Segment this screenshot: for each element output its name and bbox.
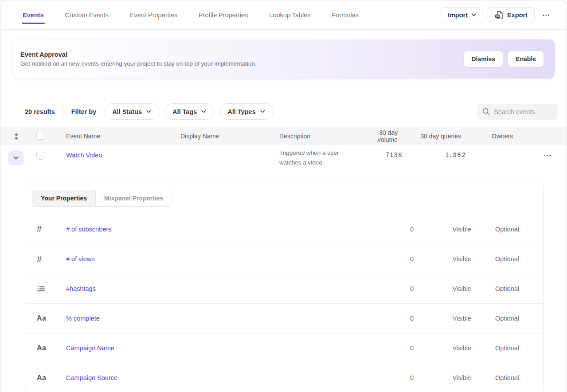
property-volume: 0 <box>387 285 414 292</box>
export-button[interactable]: CSV Export <box>488 7 535 23</box>
property-requirement: Optional <box>471 285 519 292</box>
collapse-rows-icon[interactable] <box>13 133 19 140</box>
filter-dropdown[interactable]: All Status <box>104 103 159 120</box>
row-checkbox[interactable] <box>36 152 44 160</box>
number-type-icon: # <box>37 224 42 234</box>
nav-tabs: Events Custom Events Event Properties Pr… <box>22 0 360 29</box>
filter-dropdowns: All Status All Tags All Types <box>104 103 273 120</box>
number-type-icon: # <box>37 254 42 264</box>
enable-button[interactable]: Enable <box>508 51 544 67</box>
event-description: Triggered when a user watches a video. <box>274 145 359 168</box>
search-input[interactable] <box>494 108 552 115</box>
ellipsis-icon: ••• <box>544 153 552 158</box>
event-30-day-volume: 713K <box>359 145 403 158</box>
nav-tab-label: Lookup Tables <box>269 12 310 19</box>
event-table-row: Watch Video Triggered when a user watche… <box>0 145 567 177</box>
property-name-link[interactable]: # of subscribers <box>66 226 111 233</box>
property-name-link[interactable]: #hashtags <box>66 285 96 292</box>
property-visibility: Visible <box>414 315 471 322</box>
nav-tab-label: Formulas <box>332 12 359 19</box>
property-row: # Aa # of subscribers 0 Visible Optional <box>25 214 543 244</box>
chevron-down-icon <box>471 13 476 16</box>
text-type-icon: Aa <box>37 344 46 352</box>
import-button-label: Import <box>448 12 468 19</box>
property-name-link[interactable]: # of views <box>66 255 94 263</box>
banner-title: Event Approval <box>20 51 257 58</box>
dismiss-button[interactable]: Dismiss <box>464 51 503 67</box>
nav-tab-label: Event Properties <box>130 12 177 19</box>
property-visibility: Visible <box>414 255 471 263</box>
collapse-all-cell <box>0 133 31 140</box>
property-volume: 0 <box>387 226 414 233</box>
property-row: # Aa Campaign Source 0 Visible Optional <box>25 363 543 392</box>
nav-tab-label: Custom Events <box>65 12 109 19</box>
property-volume: 0 <box>387 255 414 263</box>
top-navigation: Events Custom Events Event Properties Pr… <box>0 0 567 30</box>
column-header-owners[interactable]: Owners <box>466 133 540 140</box>
property-requirement: Optional <box>471 255 519 263</box>
event-30-day-queries: 1,382 <box>403 145 466 158</box>
property-row: # Aa # of views 0 Visible Optional <box>25 244 543 274</box>
column-header-event-name[interactable]: Event Name <box>61 133 175 140</box>
column-header-description[interactable]: Description <box>274 133 359 140</box>
column-header-30-day-volume[interactable]: 30 day volume <box>359 129 403 143</box>
nav-tab[interactable]: Events <box>22 0 45 29</box>
search-box <box>477 104 558 120</box>
properties-tab-group: Your Properties Mixpanel Properties <box>32 190 172 207</box>
event-approval-banner: Event Approval Get notified on all new e… <box>13 39 555 78</box>
banner-description: Get notified on all new events entering … <box>20 60 257 67</box>
property-volume: 0 <box>387 315 414 322</box>
property-visibility: Visible <box>414 374 471 381</box>
chevron-down-icon <box>260 110 265 113</box>
text-type-icon: Aa <box>37 374 46 382</box>
property-name-link[interactable]: % complete <box>66 315 100 322</box>
property-row: # Aa #hashtags 0 Visible Optional <box>25 274 543 303</box>
ellipsis-icon: ••• <box>543 13 551 18</box>
column-header-display-name[interactable]: Display Name <box>175 133 274 140</box>
collapse-row-button[interactable] <box>8 150 23 165</box>
properties-tab-label: Mixpanel Properties <box>104 195 163 202</box>
property-visibility: Visible <box>414 226 471 233</box>
chevron-down-icon <box>201 110 206 113</box>
row-more-options-button[interactable]: ••• <box>540 149 555 161</box>
nav-tab[interactable]: Formulas <box>331 0 360 29</box>
nav-tab[interactable]: Lookup Tables <box>268 0 311 29</box>
event-properties-panel: Your Properties Mixpanel Properties # Aa… <box>25 183 544 392</box>
nav-tab[interactable]: Custom Events <box>64 0 109 29</box>
filter-dropdown-label: All Types <box>227 108 255 115</box>
property-name-link[interactable]: Campaign Source <box>66 374 117 381</box>
table-header: Event Name Display Name Description 30 d… <box>0 127 567 145</box>
event-name-link[interactable]: Watch Video <box>66 152 102 159</box>
select-all-checkbox[interactable] <box>36 132 44 140</box>
properties-tabbar: Your Properties Mixpanel Properties <box>25 183 543 214</box>
column-header-30-day-queries[interactable]: 30 day queries <box>403 133 466 140</box>
banner-actions: Dismiss Enable <box>464 51 544 67</box>
chevron-down-icon <box>13 156 19 160</box>
property-requirement: Optional <box>471 226 519 233</box>
property-name-link[interactable]: Campaign Name <box>66 345 114 352</box>
csv-file-icon: CSV <box>495 11 504 20</box>
property-row: # Aa % complete 0 Visible Optional <box>25 303 543 333</box>
svg-text:CSV: CSV <box>496 15 500 17</box>
divider <box>63 106 63 118</box>
property-visibility: Visible <box>414 345 471 352</box>
nav-more-options-button[interactable]: ••• <box>539 9 554 21</box>
property-row: # Aa Campaign Name 0 Visible Optional <box>25 333 543 363</box>
property-requirement: Optional <box>471 315 519 322</box>
properties-tab[interactable]: Mixpanel Properties <box>95 190 172 206</box>
nav-tab-label: Profile Properties <box>199 12 248 19</box>
nav-tab[interactable]: Event Properties <box>129 0 178 29</box>
nav-actions: Import CSV Export ••• <box>441 0 554 29</box>
lexicon-page: Events Custom Events Event Properties Pr… <box>0 0 567 392</box>
import-button[interactable]: Import <box>441 7 483 23</box>
nav-tab[interactable]: Profile Properties <box>198 0 249 29</box>
filter-dropdown[interactable]: All Types <box>219 103 273 120</box>
properties-tab[interactable]: Your Properties <box>32 190 95 206</box>
property-volume: 0 <box>387 345 414 352</box>
property-requirement: Optional <box>471 345 519 352</box>
export-button-label: Export <box>507 12 528 19</box>
nav-tab-label: Events <box>23 12 44 19</box>
filter-dropdown[interactable]: All Tags <box>164 103 214 120</box>
results-count: 20 results <box>25 108 55 115</box>
filter-bar: 20 results Filter by All Status All Tags… <box>25 103 558 120</box>
